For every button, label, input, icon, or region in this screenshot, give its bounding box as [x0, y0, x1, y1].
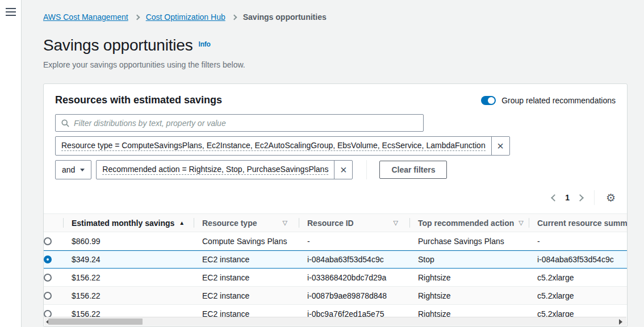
scrollbar-thumb[interactable] [48, 318, 143, 325]
cell-resource-id: i-033868420bdc7d29a [299, 273, 409, 282]
token-operator-select[interactable]: and [55, 160, 91, 179]
cell-current: c5.2xlarge [529, 291, 628, 300]
savings-table: Estimated monthly savings ▲ Resource typ… [43, 213, 628, 323]
sort-ascending-icon[interactable]: ▲ [174, 220, 185, 226]
breadcrumb-link-cost-management[interactable]: AWS Cost Management [43, 12, 128, 22]
page-description: Explore your savings opportunities using… [43, 60, 644, 69]
page-header: AWS Cost Management Cost Optimization Hu… [22, 0, 644, 69]
info-link[interactable]: Info [199, 40, 211, 48]
filter-token-row-2: and Recommended action = Rightsize, Stop… [55, 160, 616, 179]
current-page[interactable]: 1 [565, 193, 570, 202]
side-navigation [0, 0, 22, 327]
row-radio-button[interactable] [44, 292, 52, 300]
toggle-label: Group related recommendations [501, 96, 616, 105]
chevron-right-icon [134, 14, 140, 20]
column-divider [409, 218, 410, 228]
breadcrumb-current: Savings opportunities [243, 12, 327, 22]
sort-icon[interactable]: ▽ [389, 219, 398, 227]
column-header-resource-type[interactable]: Resource type ▽ [194, 214, 299, 232]
cell-resource-type: Compute Savings Plans [194, 237, 299, 246]
cell-action: Purchase Savings Plans [409, 237, 529, 246]
column-header-resource-id[interactable]: Resource ID ▽ [299, 214, 409, 232]
column-divider [63, 218, 64, 228]
table-row-selected[interactable]: $349.24 EC2 instance i-084aba63f53d54c9c… [43, 250, 628, 269]
search-placeholder: Filter distributions by text, property o… [74, 119, 226, 128]
cell-action: Rightsize [409, 291, 529, 300]
column-header-estimated-monthly-savings[interactable]: Estimated monthly savings ▲ [63, 214, 194, 232]
dismiss-token-icon[interactable]: × [334, 161, 352, 179]
settings-gear-icon[interactable]: ⚙ [606, 192, 616, 203]
filter-token-text[interactable]: Recommended action = Rightsize, Stop, Pu… [102, 165, 328, 175]
cell-savings: $349.24 [63, 255, 194, 264]
cell-current: - [529, 237, 628, 246]
table-header-row: Estimated monthly savings ▲ Resource typ… [43, 213, 628, 232]
cell-resource-id: - [299, 237, 409, 246]
divider [366, 160, 367, 179]
cell-savings: $860.99 [63, 237, 194, 246]
column-divider [299, 218, 299, 228]
filter-search-input[interactable]: Filter distributions by text, property o… [55, 114, 424, 132]
clear-filters-button[interactable]: Clear filters [379, 161, 447, 179]
column-label: Resource ID [307, 219, 354, 228]
column-header-current-resource-summary[interactable]: Current resource summary ▽ [529, 214, 628, 232]
page-title-text: Savings opportunities [43, 36, 193, 54]
cell-savings: $156.22 [63, 273, 194, 282]
column-label: Resource type [202, 219, 257, 228]
cell-resource-id: i-084aba63f53d54c9c [299, 255, 409, 264]
row-radio-button-checked[interactable] [44, 255, 52, 263]
table-row[interactable]: $156.22 EC2 instance i-033868420bdc7d29a… [43, 269, 628, 287]
panel-title: Resources with estimated savings [55, 94, 222, 106]
filter-token-text[interactable]: Resource type = ComputeSavingsPlans, Ec2… [61, 141, 486, 151]
column-label: Estimated monthly savings [72, 219, 174, 228]
token-operator-label: and [62, 165, 75, 174]
column-divider [529, 218, 529, 228]
row-radio-button[interactable] [44, 274, 52, 282]
group-recommendations-toggle[interactable] [481, 96, 496, 105]
cell-action: Stop [409, 255, 529, 264]
filter-token-recommended-action: Recommended action = Rightsize, Stop, Pu… [96, 160, 353, 179]
divider [594, 190, 595, 205]
page-title: Savings opportunitiesInfo [43, 36, 644, 54]
row-radio-button[interactable] [44, 237, 52, 245]
column-divider [194, 218, 194, 228]
column-label: Current resource summary [537, 219, 628, 228]
search-icon [61, 119, 69, 127]
pagination: 1 ⚙ [55, 186, 616, 209]
cell-current: c5.2xlarge [529, 273, 628, 282]
sort-icon[interactable]: ▽ [278, 219, 287, 227]
previous-page-icon[interactable] [551, 194, 558, 202]
breadcrumb-link-cost-optimization-hub[interactable]: Cost Optimization Hub [146, 12, 225, 22]
filter-token-resource-type: Resource type = ComputeSavingsPlans, Ec2… [55, 136, 510, 156]
cell-current: i-084aba63f53d54c9c [529, 255, 628, 264]
filter-token-row-1: Resource type = ComputeSavingsPlans, Ec2… [55, 136, 616, 156]
chevron-down-icon [80, 169, 85, 171]
cell-action: Rightsize [409, 273, 529, 282]
dismiss-token-icon[interactable]: × [491, 137, 509, 155]
cell-resource-type: EC2 instance [194, 255, 299, 264]
table-row[interactable]: $156.22 EC2 instance i-0087b9ae89878d848… [43, 287, 628, 305]
cell-savings: $156.22 [63, 291, 194, 300]
selection-column-header [43, 214, 63, 232]
cell-resource-id: i-0087b9ae89878d848 [299, 291, 409, 300]
column-label: Top recommended action [418, 219, 514, 228]
menu-icon[interactable] [6, 8, 16, 16]
scroll-right-icon[interactable] [619, 319, 622, 325]
column-header-top-recommended-action[interactable]: Top recommended action ▽ [409, 214, 529, 232]
toggle-knob [488, 97, 495, 104]
chevron-right-icon [231, 14, 237, 20]
sort-icon[interactable]: ▽ [514, 219, 523, 227]
cell-resource-type: EC2 instance [194, 273, 299, 282]
resources-panel: Resources with estimated savings Group r… [43, 83, 628, 326]
breadcrumb: AWS Cost Management Cost Optimization Hu… [43, 12, 644, 22]
horizontal-scrollbar[interactable] [44, 317, 626, 325]
next-page-icon[interactable] [576, 194, 584, 202]
table-row[interactable]: $860.99 Compute Savings Plans - Purchase… [43, 232, 628, 250]
group-recommendations-toggle-wrap: Group related recommendations [481, 96, 616, 105]
cell-resource-type: EC2 instance [194, 291, 299, 300]
